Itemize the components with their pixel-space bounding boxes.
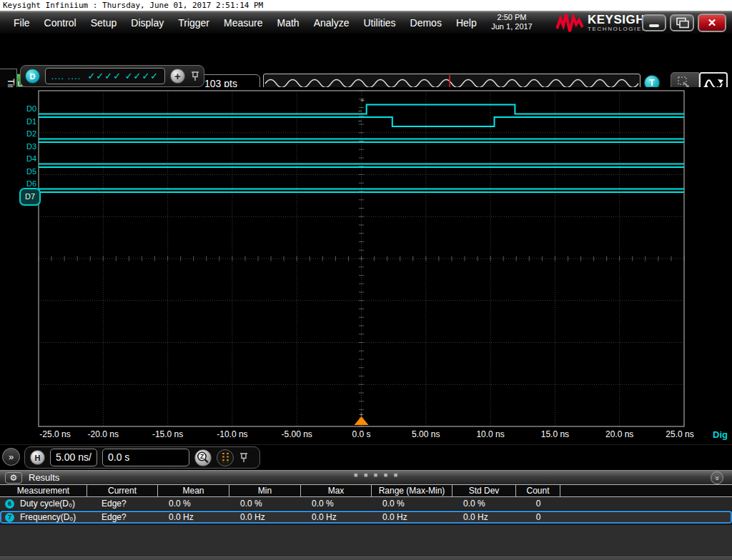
measurement-value: 0.0 %: [301, 499, 372, 509]
channel-label-d0[interactable]: D0: [20, 104, 38, 114]
restore-icon: [674, 17, 690, 29]
results-panel-header: ⚙ Results ■ ■ ■ ■ ■ »: [0, 470, 732, 484]
edge-marker: +: [360, 96, 365, 104]
measurement-name: Duty cycle(D₀): [20, 499, 75, 509]
zoom-z-button[interactable]: Z: [194, 449, 212, 466]
menu-item-file[interactable]: File: [7, 14, 36, 31]
time-axis-tick: 20.0 ns: [605, 429, 633, 439]
acquisition-toolbar: Run Stop Single 2.00 GSa/s 103 pts T: [0, 34, 732, 64]
time-axis-tick: -20.0 ns: [88, 429, 119, 439]
results-settings-button[interactable]: ⚙: [5, 472, 22, 484]
channel-label-d3[interactable]: D3: [20, 141, 38, 152]
menu-item-measure[interactable]: Measure: [217, 14, 269, 31]
keysight-logo: KEYSIGHT TECHNOLOGIES: [556, 13, 653, 33]
pushpin-icon[interactable]: [239, 451, 249, 464]
measurement-value: 0: [516, 499, 560, 509]
measurement-number-badge: 7: [5, 513, 14, 522]
timebase-scale-field[interactable]: 5.00 ns/: [50, 449, 97, 466]
time-axis-tick: 15.0 ns: [541, 429, 569, 439]
gear-icon: ⚙: [10, 473, 18, 483]
chevron-down-icon: »: [713, 476, 721, 480]
measurement-row-6[interactable]: 6Duty cycle(D₀)Edge?0.0 %0.0 %0.0 %0.0 %…: [0, 497, 732, 511]
pushpin-icon[interactable]: [190, 70, 200, 82]
minimize-button[interactable]: [642, 14, 666, 31]
time-axis-tick: 25.0 ns: [666, 429, 693, 439]
menu-bar: FileControlSetupDisplayTriggerMeasureMat…: [0, 11, 732, 34]
collapse-results-button[interactable]: »: [711, 471, 723, 484]
expand-panel-button[interactable]: »: [2, 448, 20, 466]
time-axis-tick: 10.0 ns: [476, 429, 504, 439]
close-button[interactable]: ✕: [698, 14, 726, 32]
window-title: Keysight Infiniium : Thursday, June 01, …: [0, 0, 732, 11]
column-header-measurement: Measurement: [0, 485, 87, 496]
trigger-position-marker[interactable]: [355, 416, 369, 425]
channel-label-d1[interactable]: D1: [20, 116, 38, 127]
edge-marker: −: [358, 107, 362, 115]
menu-item-demos[interactable]: Demos: [404, 14, 448, 31]
digital-badge[interactable]: D: [25, 69, 40, 84]
svg-text:Z: Z: [200, 453, 204, 460]
measurement-value: Edge?: [87, 512, 158, 522]
menu-item-math[interactable]: Math: [271, 14, 306, 31]
measurement-value: 0.0 %: [158, 499, 229, 509]
column-header-min: Min: [229, 485, 301, 496]
time-axis-tick: 0.0 s: [352, 429, 370, 439]
add-channel-button[interactable]: +: [170, 69, 185, 84]
measurement-value: 0.0 Hz: [229, 512, 301, 522]
time-axis-tick: -15.0 ns: [152, 429, 183, 439]
restore-button[interactable]: [670, 14, 694, 31]
menu-item-utilities[interactable]: Utilities: [357, 14, 402, 31]
column-header-max: Max: [301, 485, 372, 496]
menu-items: FileControlSetupDisplayTriggerMeasureMat…: [7, 11, 483, 34]
bottom-strip: [0, 556, 732, 560]
column-header-current: Current: [87, 485, 158, 496]
measurement-row-7[interactable]: 7Frequency(D₀)Edge?0.0 Hz0.0 Hz0.0 Hz0.0…: [0, 511, 732, 524]
results-table: MeasurementCurrentMeanMinMaxRange (Max-M…: [0, 484, 732, 525]
results-title: Results: [29, 472, 59, 483]
horizontal-controls-group: H 5.00 ns/ 0.0 s Z: [24, 446, 260, 469]
measurement-value: 0.0 %: [229, 499, 301, 509]
magnifier-z-icon: Z: [196, 451, 210, 465]
channel-label-d7[interactable]: D7: [19, 188, 41, 206]
window-controls: ✕: [642, 14, 726, 32]
menu-item-control[interactable]: Control: [38, 14, 83, 31]
measurement-value: 0.0 %: [372, 499, 452, 509]
horizontal-badge[interactable]: H: [30, 450, 45, 465]
clock-time: 2:50 PM: [478, 13, 546, 22]
timebase-position-field[interactable]: 0.0 s: [102, 449, 189, 466]
dotted-columns-icon: [218, 451, 232, 465]
scope-plot[interactable]: +−−+: [0, 87, 732, 429]
column-header-std-dev: Std Dev: [452, 485, 516, 496]
acquisition-points-button[interactable]: [217, 449, 234, 466]
measurement-name: Frequency(D₀): [20, 512, 76, 522]
column-header-count: Count: [516, 485, 560, 496]
channel-label-d2[interactable]: D2: [20, 129, 38, 139]
results-header-row: MeasurementCurrentMeanMinMaxRange (Max-M…: [0, 484, 732, 497]
minimize-icon: [649, 24, 659, 27]
menu-item-setup[interactable]: Setup: [84, 14, 124, 31]
column-header-mean: Mean: [158, 485, 229, 496]
drag-handle[interactable]: ■ ■ ■ ■ ■: [354, 471, 400, 479]
time-axis-labels: -25.0 ns-20.0 ns-15.0 ns-10.0 ns-5.00 ns…: [0, 429, 732, 442]
menu-item-display[interactable]: Display: [124, 14, 170, 31]
measurement-value: 0.0 Hz: [158, 512, 229, 522]
measurement-value: 0.0 %: [452, 499, 516, 509]
waveform-display-area[interactable]: +−−+ D0D1D2D3D4D5D6D7 -25.0 ns-20.0 ns-1…: [0, 87, 732, 444]
measurement-value: 0.0 Hz: [372, 512, 452, 522]
horizontal-bar: » H 5.00 ns/ 0.0 s Z: [0, 444, 732, 470]
column-header-spacer: [560, 485, 732, 496]
menu-item-trigger[interactable]: Trigger: [172, 14, 216, 31]
time-axis-tick: -5.00 ns: [282, 429, 312, 439]
measurement-value: 0.0 Hz: [452, 512, 516, 522]
channel-label-d5[interactable]: D5: [20, 166, 38, 177]
keysight-mark-icon: [556, 13, 583, 33]
menu-item-analyze[interactable]: Analyze: [307, 14, 356, 31]
channel-label-d4[interactable]: D4: [20, 154, 38, 164]
measurement-value: 0.0 Hz: [301, 512, 372, 522]
keysight-infiniium-app: Keysight Infiniium : Thursday, June 01, …: [0, 0, 732, 560]
dig-axis-badge: Dig: [713, 429, 728, 440]
digital-activity-field[interactable]: .... .... ✓✓✓✓ ✓✓✓✓: [45, 68, 165, 84]
edge-marker: −: [358, 117, 362, 125]
clock-date: Jun 1, 2017: [478, 22, 546, 31]
measurement-value: 0: [516, 512, 560, 522]
